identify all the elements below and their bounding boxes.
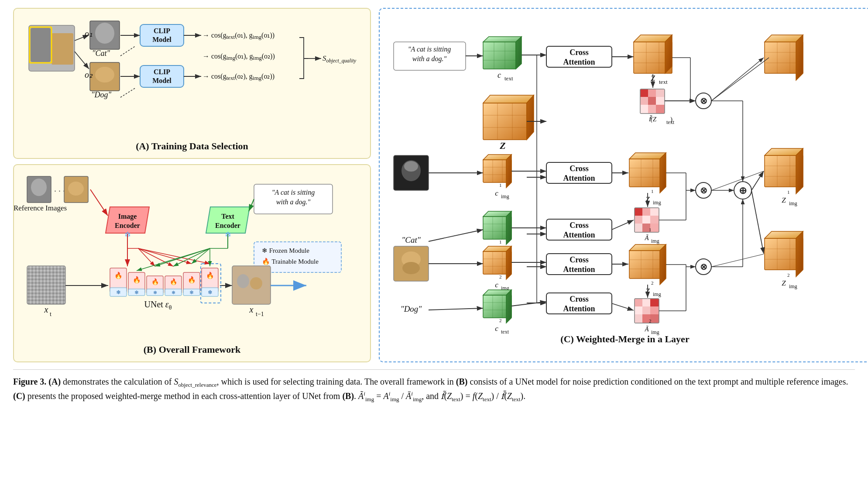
svg-text:2: 2 xyxy=(787,272,790,278)
svg-rect-221 xyxy=(635,216,642,224)
svg-line-321 xyxy=(511,302,546,306)
svg-line-101 xyxy=(138,248,173,266)
svg-text:CLIP: CLIP xyxy=(154,68,170,76)
svg-point-7 xyxy=(95,23,114,44)
svg-rect-165 xyxy=(648,89,656,97)
svg-text:c: c xyxy=(495,324,498,333)
svg-text:2: 2 xyxy=(499,318,502,323)
svg-text:⊗: ⊗ xyxy=(700,96,707,106)
svg-point-10 xyxy=(95,67,114,83)
svg-marker-328 xyxy=(796,35,803,80)
svg-text:img: img xyxy=(789,283,797,289)
svg-text:→ cos(gimg(o₁), gimg(o₂)): → cos(gimg(o₁), gimg(o₂)) xyxy=(202,52,275,61)
svg-line-358 xyxy=(711,254,764,267)
svg-point-189 xyxy=(404,161,418,172)
svg-text:img: img xyxy=(789,200,797,206)
svg-rect-206 xyxy=(629,159,664,187)
svg-text:Attention: Attention xyxy=(563,231,595,239)
svg-rect-220 xyxy=(650,208,659,216)
svg-text:"Dog": "Dog" xyxy=(401,304,422,313)
svg-rect-168 xyxy=(648,97,656,105)
svg-text:1: 1 xyxy=(499,182,502,188)
svg-rect-295 xyxy=(650,314,659,323)
caption: Figure 3. (A) demonstrates the calculati… xyxy=(13,369,855,404)
svg-text:Attention: Attention xyxy=(563,174,595,182)
svg-line-17 xyxy=(120,88,136,97)
svg-text:with a dog.": with a dog." xyxy=(412,55,447,63)
svg-rect-218 xyxy=(635,208,642,216)
section-b-title: (B) Overall Framework xyxy=(23,344,361,355)
svg-text:❄: ❄ xyxy=(116,289,121,296)
section-a-title: (A) Training Data Selection xyxy=(24,141,360,152)
svg-text:❄: ❄ xyxy=(208,289,213,296)
svg-marker-51 xyxy=(206,207,250,233)
svg-text:🔥 Trainable Module: 🔥 Trainable Module xyxy=(262,258,319,265)
svg-text:t: t xyxy=(50,311,51,317)
svg-text:Cross: Cross xyxy=(570,295,589,303)
svg-line-355 xyxy=(751,190,764,254)
svg-text:x: x xyxy=(44,305,48,314)
svg-marker-243 xyxy=(506,211,511,244)
svg-rect-170 xyxy=(640,105,648,114)
svg-marker-208 xyxy=(660,153,666,193)
svg-text:Cross: Cross xyxy=(570,255,589,264)
svg-marker-277 xyxy=(660,244,666,285)
svg-rect-289 xyxy=(650,299,659,306)
svg-text:❄: ❄ xyxy=(189,289,194,296)
section-a-diagram: o₁ o₂ "Cat" "Dog" xyxy=(24,17,360,134)
svg-rect-291 xyxy=(642,306,650,314)
svg-text:"A cat is sitting: "A cat is sitting xyxy=(272,189,315,196)
svg-text:🔥: 🔥 xyxy=(151,278,159,286)
svg-rect-129 xyxy=(483,103,527,140)
svg-text:c: c xyxy=(495,189,498,197)
svg-line-333 xyxy=(711,58,769,101)
svg-text:1: 1 xyxy=(651,189,654,194)
svg-text:Image: Image xyxy=(118,213,137,220)
svg-rect-290 xyxy=(635,306,642,314)
svg-text:Model: Model xyxy=(152,77,172,84)
svg-marker-193 xyxy=(506,155,511,188)
svg-rect-293 xyxy=(635,314,642,323)
svg-rect-169 xyxy=(656,97,665,105)
svg-rect-275 xyxy=(629,251,664,279)
svg-text:Z: Z xyxy=(499,140,505,151)
svg-text:img: img xyxy=(651,238,659,244)
svg-text:c: c xyxy=(497,71,501,79)
svg-line-15 xyxy=(120,46,136,56)
svg-text:1: 1 xyxy=(787,189,790,195)
svg-text:❄ Frozen Module: ❄ Frozen Module xyxy=(262,247,309,254)
svg-line-110 xyxy=(137,248,210,271)
svg-text:🔥: 🔥 xyxy=(133,276,141,284)
svg-text:with a dog.": with a dog." xyxy=(276,198,311,206)
svg-text:❄: ❄ xyxy=(153,290,157,295)
svg-marker-313 xyxy=(506,290,511,323)
svg-text:Cross: Cross xyxy=(570,221,589,230)
svg-point-94 xyxy=(237,274,249,288)
svg-text:x: x xyxy=(249,305,254,314)
svg-text:⊗: ⊗ xyxy=(700,186,707,195)
svg-text:"Cat": "Cat" xyxy=(401,235,421,244)
svg-marker-262 xyxy=(506,246,511,279)
svg-text:Ã: Ã xyxy=(644,234,649,241)
svg-line-103 xyxy=(138,248,210,264)
svg-rect-226 xyxy=(650,224,659,232)
svg-rect-2 xyxy=(51,33,73,65)
main-container: o₁ o₂ "Cat" "Dog" xyxy=(0,0,868,492)
svg-text:🔥: 🔥 xyxy=(114,272,123,279)
svg-text:Z: Z xyxy=(782,279,786,287)
svg-line-58 xyxy=(249,199,254,211)
svg-text:1: 1 xyxy=(499,239,502,244)
svg-text:Encoder: Encoder xyxy=(215,222,240,229)
svg-rect-223 xyxy=(650,216,659,224)
svg-text:Attention: Attention xyxy=(563,58,595,66)
svg-marker-336 xyxy=(796,148,803,194)
svg-rect-87 xyxy=(27,266,65,304)
svg-point-258 xyxy=(402,262,420,274)
left-panel: o₁ o₂ "Cat" "Dog" xyxy=(13,8,371,362)
section-b: . . . Reference Images Image Encoder ❄ xyxy=(13,164,371,362)
svg-marker-121 xyxy=(516,37,521,69)
svg-text:"Dog": "Dog" xyxy=(91,90,112,99)
svg-line-356 xyxy=(711,58,764,101)
svg-text:→ cos(gtext(o₂), gimg(o₂)): → cos(gtext(o₂), gimg(o₂)) xyxy=(202,72,274,81)
svg-point-95 xyxy=(250,277,262,289)
